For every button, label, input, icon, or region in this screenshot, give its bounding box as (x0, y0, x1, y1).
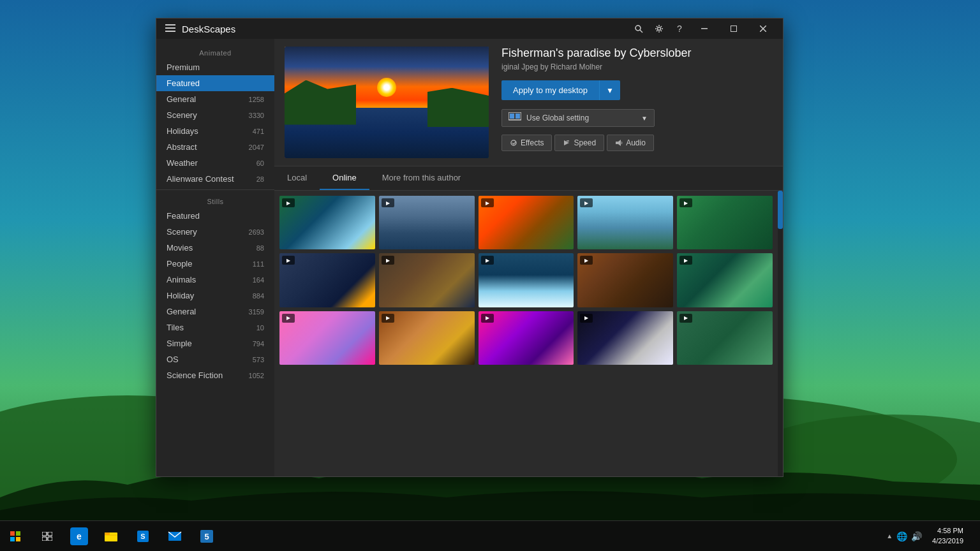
svg-rect-28 (48, 532, 52, 536)
speed-icon (563, 139, 570, 147)
video-icon-8: ▶ (481, 256, 494, 265)
help-header-icon[interactable]: ? (669, 18, 690, 39)
taskbar-volume-icon: 🔊 (911, 531, 922, 541)
svg-rect-25 (10, 537, 15, 541)
video-icon-11: ▶ (282, 314, 295, 323)
tab-more-from-author[interactable]: More from this author (369, 166, 474, 190)
taskbar-app-mail[interactable] (160, 521, 190, 552)
svg-rect-24 (16, 531, 20, 536)
gallery-item-7[interactable]: ▶ (379, 253, 475, 307)
gallery-item-4[interactable]: ▶ (577, 196, 673, 249)
sidebar-item-animated-general[interactable]: General 1258 (156, 91, 274, 107)
task-view-button[interactable] (32, 521, 63, 552)
taskbar-app-store[interactable]: S (128, 521, 158, 552)
taskbar-chevron[interactable]: ▲ (886, 533, 893, 540)
gallery-item-2[interactable]: ▶ (379, 196, 475, 249)
sidebar-item-stills-os[interactable]: OS 573 (156, 351, 274, 367)
gallery-area: ▶ ▶ ▶ ▶ (274, 191, 778, 476)
taskbar-clock[interactable]: 4:58 PM 4/23/2019 (927, 526, 969, 546)
monitor-icon (509, 112, 521, 124)
sidebar-item-stills-movies[interactable]: Movies 88 (156, 240, 274, 256)
gallery-item-3[interactable]: ▶ (479, 196, 574, 249)
video-icon-15: ▶ (679, 314, 692, 323)
gallery-item-13[interactable]: ▶ (479, 311, 574, 365)
gallery-grid: ▶ ▶ ▶ ▶ (279, 196, 773, 365)
taskbar-app-file-explorer[interactable] (96, 521, 126, 552)
svg-rect-16 (510, 114, 514, 119)
gallery-item-12[interactable]: ▶ (379, 311, 475, 365)
search-header-icon[interactable] (628, 18, 649, 39)
gallery-container: ▶ ▶ ▶ ▶ (274, 191, 783, 476)
svg-rect-21 (616, 142, 618, 144)
sidebar-item-stills-animals[interactable]: Animals 164 (156, 272, 274, 288)
svg-point-10 (658, 27, 661, 31)
svg-rect-6 (165, 27, 175, 29)
gallery-item-5[interactable]: ▶ (677, 196, 773, 249)
svg-rect-29 (42, 537, 47, 541)
taskbar-left: e S (0, 521, 222, 552)
sidebar-item-animated-featured[interactable]: Featured (156, 75, 274, 91)
gallery-item-1[interactable]: ▶ (279, 196, 375, 249)
minimize-button[interactable] (690, 18, 719, 39)
settings-header-icon[interactable] (649, 18, 669, 39)
app-body: Animated Premium Featured General 1258 S… (156, 39, 783, 476)
gallery-item-9[interactable]: ▶ (577, 253, 673, 307)
video-icon-12: ▶ (382, 314, 394, 323)
taskbar-system-icons: ▲ 🌐 🔊 (886, 531, 924, 541)
sidebar-item-premium[interactable]: Premium (156, 59, 274, 75)
gallery-item-14[interactable]: ▶ (577, 311, 673, 365)
tab-online[interactable]: Online (320, 166, 369, 190)
video-icon-9: ▶ (580, 256, 593, 265)
video-icon-7: ▶ (382, 256, 394, 265)
preview-info: Fisherman's paradise by Cyberslober igin… (501, 47, 773, 158)
sidebar-item-animated-weather[interactable]: Weather 60 (156, 155, 274, 171)
sidebar-item-animated-scenery[interactable]: Scenery 3330 (156, 107, 274, 123)
app-window: DeskScapes ? Animated Premi (156, 18, 783, 477)
gallery-scrollbar[interactable] (778, 191, 783, 476)
close-button[interactable] (748, 18, 778, 39)
taskbar-network-icon: 🌐 (896, 531, 907, 541)
sidebar-item-stills-scifi[interactable]: Science Fiction 1052 (156, 367, 274, 383)
svg-marker-22 (618, 140, 621, 146)
video-icon-1: ▶ (282, 198, 295, 207)
gallery-item-11[interactable]: ▶ (279, 311, 375, 365)
svg-text:5: 5 (204, 532, 209, 541)
apply-dropdown-button[interactable]: ▼ (599, 80, 620, 100)
sidebar: Animated Premium Featured General 1258 S… (156, 39, 274, 476)
speed-button[interactable]: Speed (554, 135, 604, 151)
svg-rect-30 (48, 537, 52, 541)
svg-rect-32 (105, 533, 110, 535)
taskbar-app-deskscapes[interactable]: 5 (191, 521, 222, 552)
svg-rect-12 (731, 26, 737, 32)
svg-rect-17 (516, 114, 520, 119)
taskbar-app-edge[interactable]: e (64, 521, 94, 552)
sidebar-item-stills-featured[interactable]: Featured (156, 208, 274, 224)
app-title: DeskScapes (182, 24, 235, 34)
start-button[interactable] (0, 521, 31, 552)
effects-button[interactable]: Effects (501, 135, 552, 151)
sidebar-item-animated-holidays[interactable]: Holidays 471 (156, 123, 274, 139)
preview-image (285, 47, 489, 158)
sidebar-item-stills-tiles[interactable]: Tiles 10 (156, 320, 274, 335)
audio-icon (615, 139, 623, 147)
gallery-item-6[interactable]: ▶ (279, 253, 375, 307)
taskbar: e S (0, 520, 980, 551)
sidebar-item-stills-people[interactable]: People 111 (156, 256, 274, 272)
apply-button[interactable]: Apply to my desktop (501, 80, 599, 100)
audio-button[interactable]: Audio (607, 135, 654, 151)
sidebar-item-stills-holiday[interactable]: Holiday 884 (156, 288, 274, 304)
gallery-item-8[interactable]: ▶ (479, 253, 574, 307)
svg-point-8 (635, 26, 641, 31)
gallery-item-10[interactable]: ▶ (677, 253, 773, 307)
sidebar-item-stills-scenery[interactable]: Scenery 2693 (156, 224, 274, 240)
monitor-select[interactable]: Use Global setting ▼ (501, 109, 655, 127)
sidebar-item-animated-alienware[interactable]: Alienware Contest 28 (156, 171, 274, 187)
sidebar-item-animated-abstract[interactable]: Abstract 2047 (156, 139, 274, 155)
sidebar-item-stills-general[interactable]: General 3159 (156, 304, 274, 320)
gallery-item-15[interactable]: ▶ (677, 311, 773, 365)
stills-section-label: Stills (156, 193, 274, 208)
menu-icon[interactable] (161, 21, 179, 36)
sidebar-item-stills-simple[interactable]: Simple 794 (156, 335, 274, 351)
maximize-button[interactable] (719, 18, 748, 39)
tab-local[interactable]: Local (274, 166, 320, 190)
